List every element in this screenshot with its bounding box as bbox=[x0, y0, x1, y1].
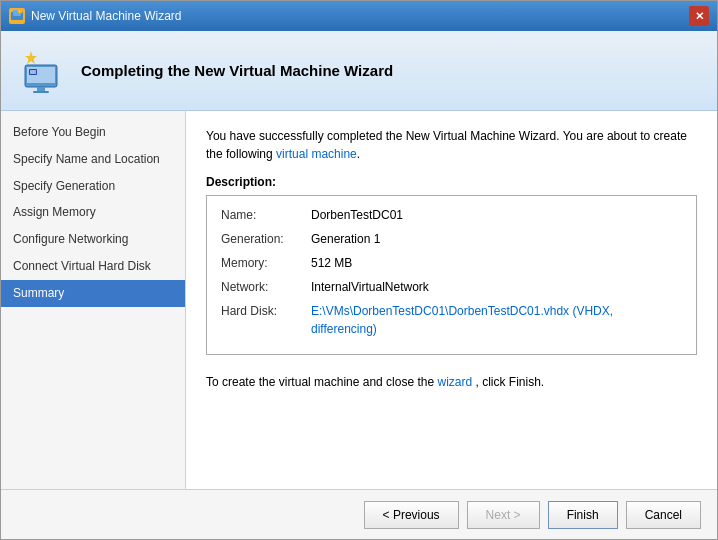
wizard-window: ! New Virtual Machine Wizard ✕ bbox=[0, 0, 718, 540]
desc-key-harddisk: Hard Disk: bbox=[221, 302, 311, 338]
desc-key-memory: Memory: bbox=[221, 254, 311, 272]
nav-item-networking[interactable]: Configure Networking bbox=[1, 226, 185, 253]
close-button[interactable]: ✕ bbox=[689, 6, 709, 26]
banner-icon bbox=[17, 47, 65, 95]
title-bar: ! New Virtual Machine Wizard ✕ bbox=[1, 1, 717, 31]
desc-val-generation: Generation 1 bbox=[311, 230, 682, 248]
cancel-button[interactable]: Cancel bbox=[626, 501, 701, 529]
nav-item-generation[interactable]: Specify Generation bbox=[1, 173, 185, 200]
desc-row-memory: Memory: 512 MB bbox=[221, 254, 682, 272]
app-icon: ! bbox=[9, 8, 25, 24]
finish-button[interactable]: Finish bbox=[548, 501, 618, 529]
right-content-panel: You have successfully completed the New … bbox=[186, 111, 717, 489]
wizard-link[interactable]: wizard bbox=[437, 375, 472, 389]
left-nav-panel: Before You Begin Specify Name and Locati… bbox=[1, 111, 186, 489]
desc-row-network: Network: InternalVirtualNetwork bbox=[221, 278, 682, 296]
header-banner: Completing the New Virtual Machine Wizar… bbox=[1, 31, 717, 111]
main-layout: Completing the New Virtual Machine Wizar… bbox=[1, 31, 717, 539]
svg-marker-4 bbox=[25, 51, 37, 64]
intro-text: You have successfully completed the New … bbox=[206, 127, 697, 163]
desc-key-name: Name: bbox=[221, 206, 311, 224]
finish-text: To create the virtual machine and close … bbox=[206, 373, 697, 391]
description-label: Description: bbox=[206, 175, 697, 189]
svg-rect-10 bbox=[30, 70, 36, 74]
svg-rect-8 bbox=[33, 91, 49, 93]
next-button[interactable]: Next > bbox=[467, 501, 540, 529]
footer: < Previous Next > Finish Cancel bbox=[1, 489, 717, 539]
nav-item-hard-disk[interactable]: Connect Virtual Hard Disk bbox=[1, 253, 185, 280]
window-title: New Virtual Machine Wizard bbox=[31, 9, 182, 23]
nav-item-summary[interactable]: Summary bbox=[1, 280, 185, 307]
desc-row-name: Name: DorbenTestDC01 bbox=[221, 206, 682, 224]
desc-row-generation: Generation: Generation 1 bbox=[221, 230, 682, 248]
title-bar-left: ! New Virtual Machine Wizard bbox=[9, 8, 182, 24]
desc-key-network: Network: bbox=[221, 278, 311, 296]
virtual-machine-link[interactable]: virtual machine bbox=[276, 147, 357, 161]
previous-button[interactable]: < Previous bbox=[364, 501, 459, 529]
svg-text:!: ! bbox=[19, 10, 20, 14]
desc-row-harddisk: Hard Disk: E:\VMs\DorbenTestDC01\DorbenT… bbox=[221, 302, 682, 338]
nav-item-before-you-begin[interactable]: Before You Begin bbox=[1, 119, 185, 146]
desc-key-generation: Generation: bbox=[221, 230, 311, 248]
svg-rect-7 bbox=[37, 87, 45, 91]
desc-val-name: DorbenTestDC01 bbox=[311, 206, 682, 224]
nav-item-memory[interactable]: Assign Memory bbox=[1, 199, 185, 226]
description-box: Name: DorbenTestDC01 Generation: Generat… bbox=[206, 195, 697, 355]
desc-val-network: InternalVirtualNetwork bbox=[311, 278, 682, 296]
header-title: Completing the New Virtual Machine Wizar… bbox=[81, 62, 393, 79]
desc-val-memory: 512 MB bbox=[311, 254, 682, 272]
content-area: Before You Begin Specify Name and Locati… bbox=[1, 111, 717, 489]
desc-val-harddisk: E:\VMs\DorbenTestDC01\DorbenTestDC01.vhd… bbox=[311, 302, 682, 338]
nav-item-name-location[interactable]: Specify Name and Location bbox=[1, 146, 185, 173]
